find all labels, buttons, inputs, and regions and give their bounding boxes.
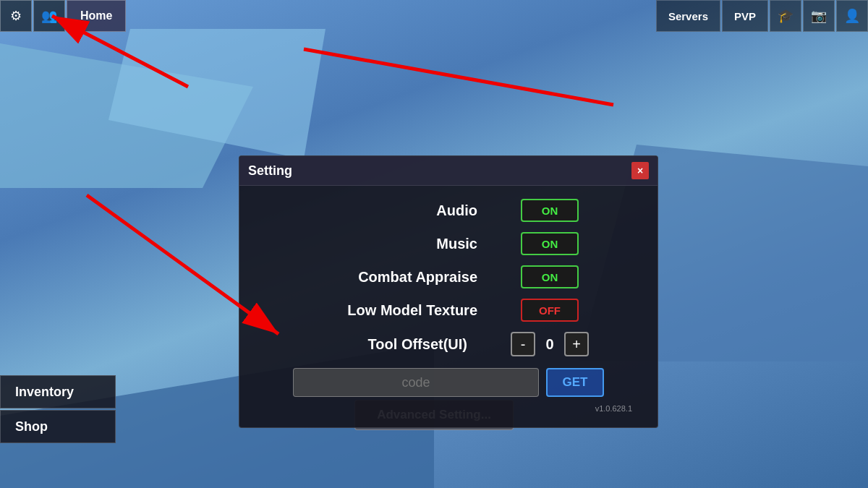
- hat-icon: 🎓: [778, 8, 793, 24]
- tool-offset-row: Tool Offset(UI) - 0 +: [261, 332, 636, 356]
- combat-appraise-toggle[interactable]: ON: [521, 265, 579, 288]
- home-label: Home: [80, 9, 112, 22]
- hat-button[interactable]: 🎓: [770, 0, 801, 32]
- offset-controls: - 0 +: [511, 332, 589, 356]
- music-toggle[interactable]: ON: [521, 232, 579, 255]
- photo-icon: 📷: [811, 8, 827, 24]
- combat-appraise-label: Combat Appraise: [318, 269, 477, 286]
- shop-menu-item[interactable]: Shop: [0, 410, 116, 443]
- photo-button[interactable]: 📷: [803, 0, 835, 32]
- gear-icon: ⚙: [10, 8, 22, 24]
- combat-appraise-setting-row: Combat Appraise ON: [261, 265, 636, 288]
- offset-decrement-button[interactable]: -: [511, 332, 535, 356]
- servers-label: Servers: [668, 10, 708, 22]
- dialog-body: Audio ON Music ON Combat Appraise ON Low…: [239, 186, 658, 427]
- offset-value: 0: [542, 336, 557, 353]
- person-button[interactable]: 👤: [836, 0, 868, 32]
- music-setting-row: Music ON: [261, 232, 636, 255]
- nav-left-group: ⚙ 👥 Home: [0, 0, 126, 32]
- low-model-texture-setting-row: Low Model Texture OFF: [261, 299, 636, 322]
- code-row: GET: [261, 368, 636, 397]
- dialog-title: Setting: [248, 163, 292, 179]
- users-icon: 👥: [41, 8, 57, 24]
- nav-right-group: Servers PVP 🎓 📷 👤: [656, 0, 868, 32]
- top-navigation: ⚙ 👥 Home Servers PVP 🎓 📷 👤: [0, 0, 868, 32]
- shop-label: Shop: [15, 419, 48, 435]
- home-button[interactable]: Home: [67, 0, 126, 32]
- inventory-menu-item[interactable]: Inventory: [0, 375, 116, 408]
- low-model-texture-label: Low Model Texture: [318, 302, 477, 319]
- settings-dialog: Setting × Audio ON Music ON Combat Appra…: [239, 155, 658, 428]
- dialog-close-button[interactable]: ×: [631, 162, 649, 179]
- audio-label: Audio: [318, 202, 477, 219]
- gear-button[interactable]: ⚙: [0, 0, 32, 32]
- users-button[interactable]: 👥: [33, 0, 65, 32]
- get-button[interactable]: GET: [546, 368, 604, 397]
- low-model-texture-toggle[interactable]: OFF: [521, 299, 579, 322]
- inventory-label: Inventory: [15, 385, 74, 400]
- dialog-titlebar: Setting ×: [239, 156, 658, 186]
- servers-button[interactable]: Servers: [656, 0, 720, 32]
- version-text: v1.0.628.1: [261, 404, 636, 413]
- tool-offset-label: Tool Offset(UI): [308, 336, 467, 353]
- pvp-label: PVP: [734, 10, 756, 22]
- pvp-button[interactable]: PVP: [722, 0, 768, 32]
- bottom-left-menu: Inventory Shop: [0, 375, 116, 445]
- code-input[interactable]: [293, 368, 539, 397]
- music-label: Music: [318, 236, 477, 252]
- person-icon: 👤: [844, 8, 860, 24]
- audio-toggle[interactable]: ON: [521, 199, 579, 222]
- offset-increment-button[interactable]: +: [564, 332, 589, 356]
- audio-setting-row: Audio ON: [261, 199, 636, 222]
